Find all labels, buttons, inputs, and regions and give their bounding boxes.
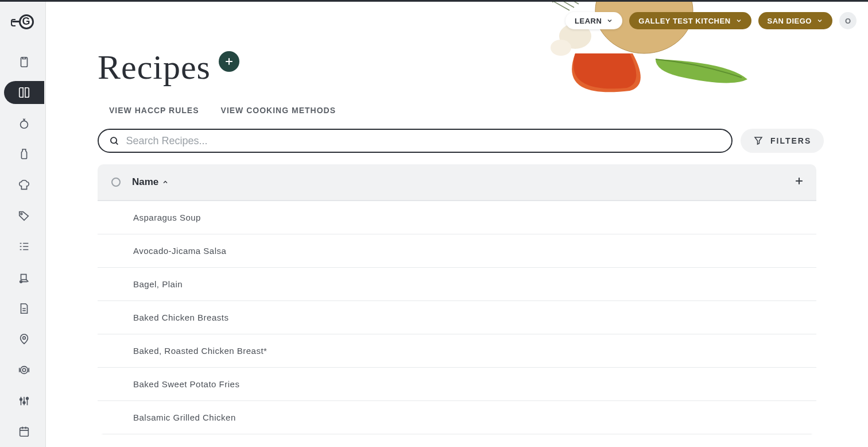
sidebar-item-clipboard[interactable] <box>4 51 44 74</box>
chevron-down-icon <box>816 17 823 24</box>
list-icon <box>18 240 30 253</box>
location-dropdown[interactable]: SAN DIEGO <box>758 12 832 29</box>
location-label: SAN DIEGO <box>768 17 812 25</box>
select-all-checkbox[interactable] <box>111 178 121 187</box>
avatar[interactable]: O <box>839 12 857 29</box>
search-row: FILTERS <box>98 129 816 153</box>
top-right-controls: LEARN GALLEY TEST KITCHEN SAN DIEGO O <box>565 12 857 29</box>
recipe-name: Balsamic Grilled Chicken <box>133 413 236 422</box>
table-row[interactable]: Balsamic Grilled Chicken <box>98 401 816 434</box>
book-icon <box>18 86 30 99</box>
recipe-name: Baked Sweet Potato Fries <box>133 379 239 389</box>
learn-label: LEARN <box>575 17 602 25</box>
plate-icon <box>18 364 30 376</box>
svg-point-9 <box>23 402 25 404</box>
svg-point-7 <box>22 368 26 372</box>
main: LEARN GALLEY TEST KITCHEN SAN DIEGO O Re… <box>46 2 868 447</box>
sidebar-item-calendar[interactable] <box>4 420 44 443</box>
svg-point-5 <box>23 337 26 340</box>
sidebar: G <box>0 2 46 447</box>
svg-point-16 <box>111 137 117 143</box>
recipe-name: Bagel, Plain <box>133 279 183 289</box>
recipe-name: Avocado-Jicama Salsa <box>133 246 226 256</box>
table-row[interactable]: Baked Sweet Potato Fries <box>98 368 816 401</box>
table-row[interactable]: Avocado-Jicama Salsa <box>98 234 816 268</box>
table-row[interactable]: Bagel, Plain <box>98 268 816 301</box>
sidebar-item-menu[interactable] <box>4 359 44 382</box>
table-row[interactable]: Baked Chicken Breasts <box>98 301 816 334</box>
chevron-down-icon <box>606 17 613 24</box>
plus-icon <box>223 56 235 67</box>
table-header: Name <box>98 164 816 201</box>
filters-button[interactable]: FILTERS <box>741 129 824 153</box>
search-icon <box>109 136 119 146</box>
sub-links: VIEW HACCP RULES VIEW COOKING METHODS <box>98 106 816 115</box>
svg-rect-3 <box>21 275 26 280</box>
tag-icon <box>18 210 30 222</box>
sidebar-item-container[interactable] <box>4 143 44 166</box>
sidebar-item-document[interactable] <box>4 297 44 320</box>
search-box[interactable] <box>98 129 733 153</box>
sidebar-item-settings[interactable] <box>4 390 44 413</box>
search-input[interactable] <box>126 135 722 147</box>
onion-icon <box>18 117 30 130</box>
filter-icon <box>753 136 764 146</box>
table-row[interactable]: Asparagus Soup <box>98 201 816 234</box>
recipe-name: Baked, Roasted Chicken Breast* <box>133 346 267 356</box>
chef-hat-icon <box>18 179 30 191</box>
sidebar-item-list[interactable] <box>4 236 44 259</box>
svg-point-1 <box>21 121 28 128</box>
chevron-down-icon <box>735 17 742 24</box>
view-haccp-link[interactable]: VIEW HACCP RULES <box>109 106 199 115</box>
sliders-icon <box>18 395 30 407</box>
plus-icon <box>793 175 805 187</box>
title-row: Recipes <box>98 48 816 87</box>
learn-dropdown[interactable]: LEARN <box>565 12 622 29</box>
svg-point-6 <box>21 367 28 374</box>
page-title: Recipes <box>98 48 211 87</box>
sidebar-item-recipes[interactable] <box>4 81 44 104</box>
kitchen-label: GALLEY TEST KITCHEN <box>638 17 730 25</box>
svg-point-10 <box>26 397 29 399</box>
sidebar-item-ingredient[interactable] <box>4 112 44 135</box>
table-row[interactable]: Baked, Roasted Chicken Breast* <box>98 334 816 368</box>
sidebar-item-delivery[interactable] <box>4 266 44 289</box>
view-cooking-methods-link[interactable]: VIEW COOKING METHODS <box>221 106 336 115</box>
recipe-name: Baked Chicken Breasts <box>133 313 228 322</box>
avatar-initial: O <box>845 17 851 25</box>
add-recipe-button[interactable] <box>219 51 239 72</box>
sidebar-item-location[interactable] <box>4 328 44 351</box>
filters-label: FILTERS <box>770 136 811 145</box>
svg-rect-11 <box>20 428 29 437</box>
sidebar-item-chef[interactable] <box>4 174 44 196</box>
add-column-button[interactable] <box>793 174 805 190</box>
svg-point-2 <box>21 213 22 215</box>
recipe-name: Asparagus Soup <box>133 213 201 222</box>
sidebar-item-tag[interactable] <box>4 205 44 228</box>
pin-icon <box>18 333 30 345</box>
sort-asc-icon <box>162 179 169 186</box>
svg-point-8 <box>20 398 22 400</box>
column-name-label: Name <box>132 176 158 188</box>
bottle-icon <box>18 148 30 160</box>
calendar-icon <box>18 425 30 438</box>
kitchen-dropdown[interactable]: GALLEY TEST KITCHEN <box>629 12 751 29</box>
recipe-table: Name Asparagus Soup Avocado-Jicama Salsa… <box>98 164 816 434</box>
document-icon <box>18 302 30 315</box>
handtruck-icon <box>18 271 30 284</box>
app-logo[interactable]: G <box>9 13 37 30</box>
clipboard-icon <box>18 56 30 68</box>
column-header-name[interactable]: Name <box>132 176 169 188</box>
content: Recipes VIEW HACCP RULES VIEW COOKING ME… <box>46 2 868 434</box>
